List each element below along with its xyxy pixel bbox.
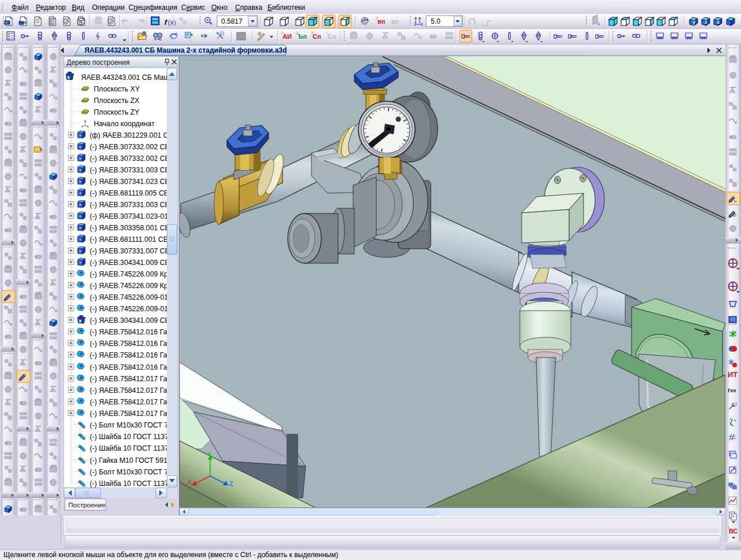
svg-text:(-) ЯАЕВ.758412.016 Гайк: (-) ЯАЕВ.758412.016 Гайк xyxy=(90,363,175,371)
svg-text:x: x xyxy=(717,19,720,25)
svg-text:Библиотеки: Библиотеки xyxy=(267,3,305,12)
svg-text:z: z xyxy=(705,19,707,25)
svg-text:ИТ: ИТ xyxy=(728,370,738,379)
svg-text:(-) Гайка М10 ГОСТ 5915-: (-) Гайка М10 ГОСТ 5915- xyxy=(90,456,174,465)
svg-text:(-) ЯАЕВ.303358.001 СБ Г: (-) ЯАЕВ.303358.001 СБ Г xyxy=(90,224,175,232)
svg-text:(-) ЯАЕВ.307341.023 СБ В: (-) ЯАЕВ.307341.023 СБ В xyxy=(90,178,177,186)
svg-text:Операции: Операции xyxy=(92,3,124,12)
svg-text:(ф) ЯАЕВ.301229.001 СБ Г: (ф) ЯАЕВ.301229.001 СБ Г xyxy=(90,131,179,139)
svg-text:(x): (x) xyxy=(168,19,176,27)
svg-text:(-) ЯАЕВ.745226.009 Кро: (-) ЯАЕВ.745226.009 Кро xyxy=(90,282,172,290)
svg-text:(-) ЯАЕВ.758412.016 Гайк: (-) ЯАЕВ.758412.016 Гайк xyxy=(90,351,175,359)
svg-text:Вид: Вид xyxy=(72,3,85,12)
svg-text:Спецификация: Спецификация xyxy=(129,3,177,12)
svg-text:гех: гех xyxy=(728,386,736,393)
svg-text:(-) ЯАЕВ.745226.009-01 К: (-) ЯАЕВ.745226.009-01 К xyxy=(90,293,175,301)
svg-text:Щелкните левой кнопкой мыши на: Щелкните левой кнопкой мыши на объекте д… xyxy=(3,551,338,559)
svg-text:ЯАЕВ.443243.001 СБ Машина: ЯАЕВ.443243.001 СБ Машина xyxy=(81,73,181,82)
svg-text:(-) ЯАЕВ.758412.017 Гайк: (-) ЯАЕВ.758412.017 Гайк xyxy=(90,410,175,418)
svg-text:Сервис: Сервис xyxy=(181,3,205,12)
svg-text:Плоскость ZY: Плоскость ZY xyxy=(94,108,140,116)
svg-text:Справка: Справка xyxy=(235,3,262,12)
svg-text:(-) ЯАЕВ.758412.016 Гайк: (-) ЯАЕВ.758412.016 Гайк xyxy=(90,340,175,348)
svg-text:(-) ЯАЕВ.681119.005 СБ Г: (-) ЯАЕВ.681119.005 СБ Г xyxy=(90,189,175,197)
svg-text:(-) ЯАЕВ.681111.001 СБ Г: (-) ЯАЕВ.681111.001 СБ Г xyxy=(90,235,174,244)
svg-text:?: ? xyxy=(258,32,261,37)
svg-text:Сп: Сп xyxy=(328,33,336,40)
svg-text:(-) ЯАЕВ.307332.002 СБ В: (-) ЯАЕВ.307332.002 СБ В xyxy=(90,143,177,151)
svg-text:вп: вп xyxy=(377,18,385,25)
svg-text:X: X xyxy=(188,478,192,485)
svg-text:(-) Шайба 10 ГОСТ 11371: (-) Шайба 10 ГОСТ 11371 xyxy=(90,444,173,452)
svg-text:Файл: Файл xyxy=(12,3,29,12)
svg-text:5.0: 5.0 xyxy=(431,17,441,25)
svg-text:(-) ЯАЕВ.307331.003 СБ В: (-) ЯАЕВ.307331.003 СБ В xyxy=(90,166,177,174)
svg-text:(-) ЯАЕВ.745226.009 Кро: (-) ЯАЕВ.745226.009 Кро xyxy=(90,270,172,278)
svg-text:(-) Болт М10х30 ГОСТ 779: (-) Болт М10х30 ГОСТ 779 xyxy=(90,421,176,429)
svg-text:(-) ЯАЕВ.758412.017 Гайк: (-) ЯАЕВ.758412.017 Гайк xyxy=(90,398,175,406)
svg-text:Z: Z xyxy=(229,480,233,487)
svg-text:Плоскость XY: Плоскость XY xyxy=(94,85,140,93)
svg-text:(-) ЯАЕВ.745226.009-01 К: (-) ЯАЕВ.745226.009-01 К xyxy=(90,305,175,313)
svg-text:0.5817: 0.5817 xyxy=(221,17,243,25)
svg-text:(-) ЯАЕВ.307331.003 СБ-С: (-) ЯАЕВ.307331.003 СБ-С xyxy=(90,201,177,209)
svg-text:(-) Болт М10х30 ГОСТ 779: (-) Болт М10х30 ГОСТ 779 xyxy=(90,468,176,476)
svg-text:ЯАЕВ.443243.001 СБ Машина 2-х: ЯАЕВ.443243.001 СБ Машина 2-х стадийной … xyxy=(85,46,287,54)
svg-text:A: A xyxy=(154,37,157,41)
svg-text:Начало координат: Начало координат xyxy=(94,120,155,128)
svg-text:(-) ЯАЕВ.758412.017 Гайк: (-) ЯАЕВ.758412.017 Гайк xyxy=(90,386,175,395)
svg-text:Дерево построения: Дерево построения xyxy=(67,58,130,67)
svg-text:Окно: Окно xyxy=(211,3,228,12)
svg-text:51: 51 xyxy=(733,402,738,406)
svg-text:ВС: ВС xyxy=(729,528,738,535)
svg-text:Y: Y xyxy=(207,451,212,458)
svg-text:Редактор: Редактор xyxy=(36,3,66,12)
svg-text:(-) ЯАЕВ.307332.002 СБ В: (-) ЯАЕВ.307332.002 СБ В xyxy=(90,154,177,163)
svg-text:АИ: АИ xyxy=(283,33,292,40)
svg-text:(-) ЯАЕВ.304341.009 СБ Р: (-) ЯАЕВ.304341.009 СБ Р xyxy=(90,259,177,267)
svg-text:B: B xyxy=(159,37,162,41)
svg-text:Плоскость ZX: Плоскость ZX xyxy=(94,97,140,105)
svg-text:Построение: Построение xyxy=(68,502,105,509)
svg-text:(-) ЯАЕВ.758412.017 Гайк: (-) ЯАЕВ.758412.017 Гайк xyxy=(90,375,175,383)
svg-text:вп: вп xyxy=(391,18,399,25)
svg-text:(-) Шайба 10 ГОСТ 11371: (-) Шайба 10 ГОСТ 11371 xyxy=(90,480,173,488)
svg-text:y: y xyxy=(692,19,695,25)
svg-text:Ъп: Ъп xyxy=(298,33,307,40)
svg-text:(-) ЯАЕВ.758412.016 Гайк: (-) ЯАЕВ.758412.016 Гайк xyxy=(90,328,175,336)
svg-text:(-) ЯАЕВ.304341.009 СБ Р: (-) ЯАЕВ.304341.009 СБ Р xyxy=(90,316,177,325)
svg-text:Сп: Сп xyxy=(313,33,321,40)
svg-text:(-) Шайба 10 ГОСТ 11371: (-) Шайба 10 ГОСТ 11371 xyxy=(90,433,173,441)
svg-text:(-) ЯАЕВ.307331.007 СБ В: (-) ЯАЕВ.307331.007 СБ В xyxy=(90,247,177,255)
svg-text:(-) ЯАЕВ.307341.023-01 С: (-) ЯАЕВ.307341.023-01 С xyxy=(90,212,175,220)
